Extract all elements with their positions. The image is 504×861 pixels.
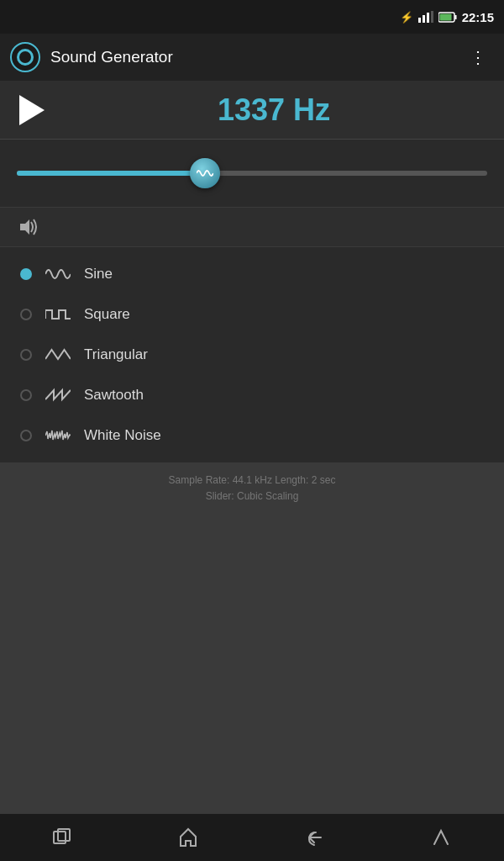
waveform-item-square[interactable]: Square [0, 294, 504, 335]
slider-track [17, 171, 487, 176]
back-icon [304, 827, 324, 848]
info-line2: Slider: Cubic Scaling [0, 489, 504, 504]
overflow-menu-button[interactable]: ⋮ [463, 40, 494, 74]
volume-icon [17, 218, 40, 236]
recent-apps-button[interactable] [33, 821, 92, 853]
status-icons: ⚡ 22:15 [400, 10, 494, 24]
slider-fill [17, 171, 205, 176]
svg-rect-0 [418, 18, 421, 23]
menu-icon [431, 827, 451, 848]
signal-icon [418, 11, 433, 23]
home-icon [178, 827, 198, 848]
triangular-wave-icon [45, 346, 71, 363]
home-button[interactable] [158, 821, 218, 854]
radio-triangular [20, 349, 32, 361]
usb-icon: ⚡ [400, 11, 413, 24]
app-bar: Sound Generator ⋮ [0, 34, 504, 81]
white-noise-label: White Noise [84, 427, 161, 444]
info-line1: Sample Rate: 44.1 kHz Length: 2 sec [0, 473, 504, 489]
thumb-wave-icon [197, 168, 213, 178]
waveform-item-sine[interactable]: Sine [0, 254, 504, 294]
back-button[interactable] [284, 821, 344, 854]
status-time: 22:15 [462, 10, 494, 24]
triangular-label: Triangular [84, 346, 148, 363]
battery-icon [438, 12, 457, 23]
sawtooth-label: Sawtooth [84, 387, 144, 404]
sawtooth-wave-icon [45, 387, 71, 404]
svg-rect-2 [427, 13, 429, 23]
waveform-item-triangular[interactable]: Triangular [0, 335, 504, 375]
slider-area [0, 140, 504, 208]
app-title: Sound Generator [50, 48, 453, 66]
sine-label: Sine [84, 266, 113, 283]
white-noise-icon [45, 427, 71, 444]
app-logo [10, 42, 40, 72]
app-logo-inner [17, 49, 34, 66]
play-button[interactable] [17, 95, 47, 125]
nav-bar [0, 814, 504, 861]
square-wave-icon [45, 306, 71, 323]
radio-sine [20, 268, 32, 280]
waveform-item-white-noise[interactable]: White Noise [0, 415, 504, 456]
svg-rect-1 [423, 15, 425, 23]
info-text: Sample Rate: 44.1 kHz Length: 2 sec Slid… [0, 462, 504, 515]
waveform-list: Sine Square Triangular Sawtooth White No… [0, 247, 504, 462]
svg-rect-3 [431, 11, 433, 23]
radio-sawtooth [20, 389, 32, 401]
radio-square [20, 309, 32, 320]
volume-area [0, 208, 504, 247]
slider-thumb[interactable] [190, 158, 220, 188]
radio-white-noise [20, 430, 32, 441]
svg-rect-6 [439, 13, 451, 20]
frequency-bar: 1337 Hz [0, 81, 504, 140]
square-label: Square [84, 306, 130, 323]
svg-marker-7 [20, 219, 29, 235]
frequency-display: 1337 Hz [60, 92, 487, 128]
status-bar: ⚡ 22:15 [0, 0, 504, 34]
recent-apps-icon [53, 828, 71, 847]
sine-wave-icon [45, 266, 71, 283]
svg-rect-5 [454, 15, 456, 19]
frequency-slider[interactable] [17, 156, 487, 190]
play-triangle-icon [19, 95, 45, 125]
waveform-item-sawtooth[interactable]: Sawtooth [0, 375, 504, 415]
menu-button[interactable] [411, 821, 471, 854]
